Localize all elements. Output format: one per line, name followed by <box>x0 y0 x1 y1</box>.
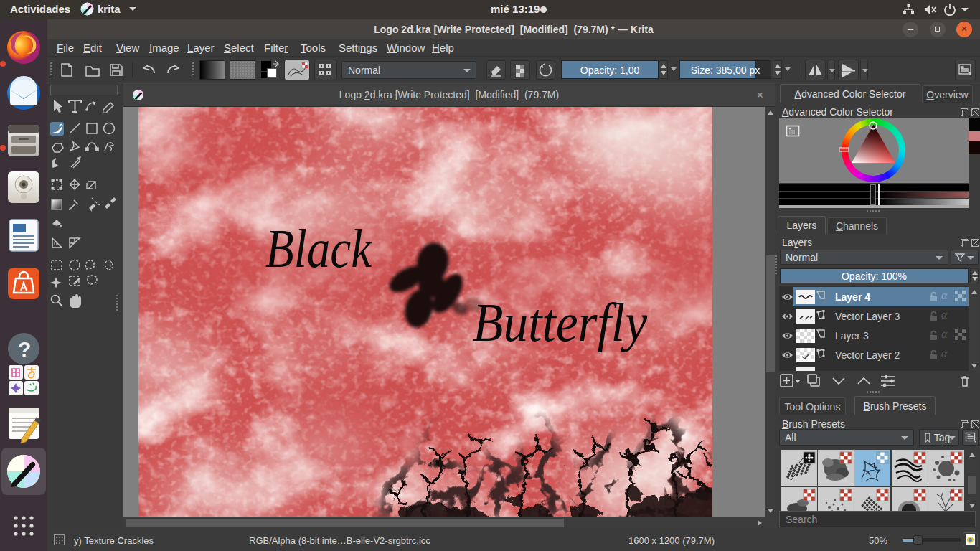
svg-text:Black: Black <box>265 218 372 278</box>
svg-text:?: ? <box>18 337 31 361</box>
svg-text:Butterfly: Butterfly <box>473 292 647 352</box>
